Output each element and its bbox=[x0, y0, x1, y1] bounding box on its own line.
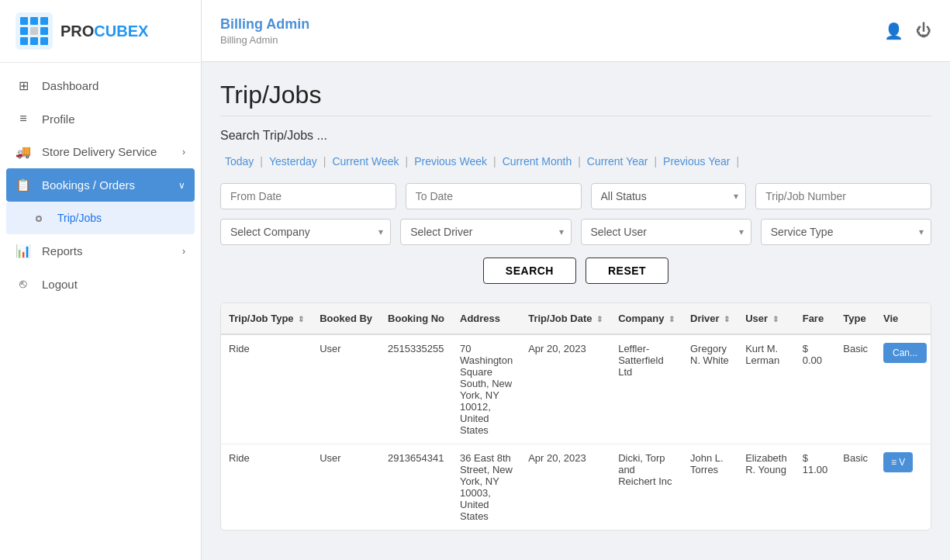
th-fare[interactable]: Fare bbox=[795, 303, 836, 334]
circle-icon bbox=[31, 211, 47, 225]
th-type[interactable]: Type bbox=[835, 303, 876, 334]
service-type-select-wrapper: Service Type bbox=[761, 219, 931, 245]
th-trip-job-type[interactable]: Trip/Job Type ⇕ bbox=[221, 303, 312, 334]
th-view[interactable]: Vie bbox=[876, 303, 931, 334]
driver-select[interactable]: Select Driver bbox=[400, 219, 571, 245]
main-area: Billing Admin Billing Admin 👤 ⏻ Trip/Job… bbox=[202, 0, 950, 560]
cell-company: Dicki, Torp and Reichert Inc bbox=[610, 444, 682, 531]
reset-button[interactable]: RESET bbox=[586, 258, 668, 284]
th-booked-by[interactable]: Booked By bbox=[312, 303, 380, 334]
sidebar-item-store-delivery-label: Store Delivery Service bbox=[42, 145, 157, 158]
cell-action[interactable]: Can... bbox=[876, 334, 931, 444]
power-icon[interactable]: ⏻ bbox=[916, 22, 931, 40]
cell-address: 70 Washington Square South, New York, NY… bbox=[452, 334, 520, 444]
driver-select-wrapper: Select Driver bbox=[400, 219, 571, 245]
th-booking-no[interactable]: Booking No bbox=[380, 303, 452, 334]
trips-table-element: Trip/Job Type ⇕ Booked By Booking No Add… bbox=[221, 303, 931, 530]
th-trip-job-date[interactable]: Trip/Job Date ⇕ bbox=[520, 303, 610, 334]
trips-table: Trip/Job Type ⇕ Booked By Booking No Add… bbox=[220, 302, 931, 531]
logout-icon: ⎋ bbox=[16, 277, 31, 291]
cell-type: Basic bbox=[835, 334, 876, 444]
table-row: Ride User 2515335255 70 Washington Squar… bbox=[221, 334, 931, 444]
svg-rect-2 bbox=[30, 17, 38, 25]
service-type-select[interactable]: Service Type bbox=[761, 219, 931, 245]
title-divider bbox=[220, 116, 931, 116]
table-body: Ride User 2515335255 70 Washington Squar… bbox=[221, 334, 931, 530]
table-row: Ride User 2913654341 36 East 8th Street,… bbox=[221, 444, 931, 531]
filter-tabs: Today | Yesterday | Current Week | Previ… bbox=[220, 154, 931, 169]
filter-tab-today[interactable]: Today bbox=[220, 154, 258, 169]
th-user[interactable]: User ⇕ bbox=[738, 303, 794, 334]
sidebar-item-logout-label: Logout bbox=[42, 278, 78, 291]
to-date-input[interactable] bbox=[406, 183, 582, 209]
page-title: Trip/Jobs bbox=[220, 81, 931, 109]
cell-booking-no: 2913654341 bbox=[380, 444, 452, 531]
from-date-input[interactable] bbox=[220, 183, 396, 209]
cell-booked-by: User bbox=[312, 334, 380, 444]
svg-rect-6 bbox=[40, 27, 48, 35]
svg-rect-8 bbox=[30, 37, 38, 45]
cell-booked-by: User bbox=[312, 444, 380, 531]
svg-rect-5 bbox=[30, 27, 38, 35]
search-buttons: SEARCH RESET bbox=[220, 258, 931, 284]
search-button[interactable]: SEARCH bbox=[483, 258, 576, 284]
user-select-wrapper: Select User bbox=[581, 219, 751, 245]
sidebar-item-store-delivery[interactable]: 🚚 Store Delivery Service › bbox=[0, 135, 201, 168]
topbar-subtitle: Billing Admin bbox=[220, 34, 309, 46]
th-driver[interactable]: Driver ⇕ bbox=[682, 303, 738, 334]
trip-job-number-input[interactable] bbox=[755, 183, 931, 209]
sidebar-item-bookings-orders[interactable]: 📋 Bookings / Orders ∨ bbox=[6, 168, 195, 202]
cell-address: 36 East 8th Street, New York, NY 10003, … bbox=[452, 444, 520, 531]
svg-rect-3 bbox=[40, 17, 48, 25]
chevron-right-icon: › bbox=[182, 147, 185, 157]
filter-tab-current-week[interactable]: Current Week bbox=[327, 154, 403, 169]
svg-rect-7 bbox=[20, 37, 28, 45]
filter-tab-previous-year[interactable]: Previous Year bbox=[658, 154, 734, 169]
chevron-right-icon-reports: › bbox=[182, 246, 185, 257]
logo-icon bbox=[16, 12, 53, 50]
cell-booking-no: 2515335255 bbox=[380, 334, 452, 444]
reports-icon: 📊 bbox=[16, 244, 31, 258]
filter-tab-yesterday[interactable]: Yesterday bbox=[264, 154, 322, 169]
svg-rect-9 bbox=[40, 37, 48, 45]
sidebar-item-profile[interactable]: ≡ Profile bbox=[0, 102, 201, 135]
filter-tab-current-year[interactable]: Current Year bbox=[582, 154, 653, 169]
cell-driver: John L. Torres bbox=[682, 444, 738, 531]
sidebar-item-dashboard-label: Dashboard bbox=[42, 79, 98, 92]
cell-type: Basic bbox=[835, 444, 876, 531]
cell-user: Elizabeth R. Young bbox=[738, 444, 794, 531]
svg-rect-1 bbox=[20, 17, 28, 25]
table-header: Trip/Job Type ⇕ Booked By Booking No Add… bbox=[221, 303, 931, 334]
view-button[interactable]: ≡ V bbox=[883, 452, 913, 472]
sidebar-item-reports[interactable]: 📊 Reports › bbox=[0, 234, 201, 268]
cell-trip-job-date: Apr 20, 2023 bbox=[520, 334, 610, 444]
topbar-info: Billing Admin Billing Admin bbox=[220, 16, 309, 46]
cell-trip-job-type: Ride bbox=[221, 444, 312, 531]
th-company[interactable]: Company ⇕ bbox=[610, 303, 682, 334]
status-select[interactable]: All Status bbox=[591, 183, 747, 209]
search-label: Search Trip/Jobs ... bbox=[220, 129, 931, 143]
filter-row-2: Select Company Select Driver Select User… bbox=[220, 219, 931, 245]
cell-action[interactable]: ≡ V bbox=[876, 444, 931, 531]
chevron-down-icon: ∨ bbox=[178, 180, 185, 191]
sidebar-item-trip-jobs[interactable]: Trip/Jobs bbox=[6, 202, 195, 234]
topbar-icons: 👤 ⏻ bbox=[884, 22, 931, 40]
user-select[interactable]: Select User bbox=[581, 219, 751, 245]
th-address[interactable]: Address bbox=[452, 303, 520, 334]
company-select[interactable]: Select Company bbox=[220, 219, 391, 245]
company-select-wrapper: Select Company bbox=[220, 219, 391, 245]
cell-fare: $ 0.00 bbox=[795, 334, 836, 444]
sidebar-item-logout[interactable]: ⎋ Logout bbox=[0, 268, 201, 300]
cell-fare: $ 11.00 bbox=[795, 444, 836, 531]
sidebar-item-dashboard[interactable]: ⊞ Dashboard bbox=[0, 69, 201, 102]
content-area: Trip/Jobs Search Trip/Jobs ... Today | Y… bbox=[202, 62, 950, 560]
cell-user: Kurt M. Lerman bbox=[738, 334, 794, 444]
user-icon[interactable]: 👤 bbox=[884, 22, 903, 40]
cell-trip-job-date: Apr 20, 2023 bbox=[520, 444, 610, 531]
filter-tab-previous-week[interactable]: Previous Week bbox=[409, 154, 492, 169]
bookings-icon: 📋 bbox=[16, 178, 31, 192]
filter-tab-current-month[interactable]: Current Month bbox=[498, 154, 576, 169]
sidebar-item-profile-label: Profile bbox=[42, 112, 75, 126]
cancel-button[interactable]: Can... bbox=[883, 343, 927, 363]
store-delivery-icon: 🚚 bbox=[16, 144, 31, 159]
